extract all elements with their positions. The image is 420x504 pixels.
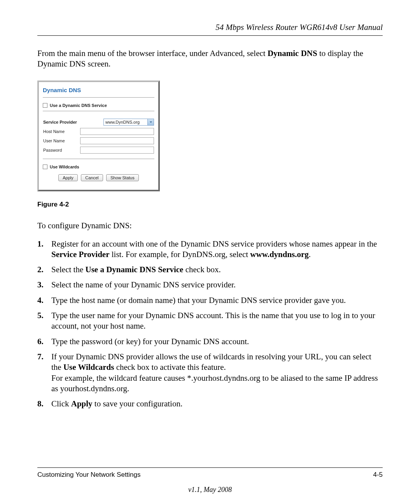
panel-title: Dynamic DNS bbox=[43, 85, 154, 98]
step7-line2: For example, the wildcard feature causes… bbox=[51, 373, 378, 393]
intro-pre: From the main menu of the browser interf… bbox=[37, 49, 268, 58]
page: 54 Mbps Wireless Router WGR614v8 User Ma… bbox=[0, 0, 420, 504]
service-provider-select[interactable]: www.DynDNS.org bbox=[103, 119, 154, 126]
footer-row: Customizing Your Network Settings 4-5 bbox=[37, 471, 383, 479]
footer-version: v1.1, May 2008 bbox=[37, 486, 383, 494]
apply-button[interactable]: Apply bbox=[58, 174, 78, 181]
cancel-button[interactable]: Cancel bbox=[81, 174, 103, 181]
figure-screenshot: Dynamic DNS Use a Dynamic DNS Service Se… bbox=[37, 80, 383, 191]
row-password: Password bbox=[43, 146, 154, 154]
panel-section-fields: Service Provider www.DynDNS.org Host Nam… bbox=[43, 111, 154, 159]
panel-section-use-service: Use a Dynamic DNS Service bbox=[43, 98, 154, 111]
step1-mid: list. For example, for DynDNS.org, selec… bbox=[109, 250, 250, 259]
button-row: Apply Cancel Show Status bbox=[43, 169, 154, 181]
panel-section-wildcards: Use Wildcards Apply Cancel Show Status bbox=[43, 159, 154, 184]
step-8: Click Apply to save your configuration. bbox=[37, 399, 383, 409]
service-provider-label: Service Provider bbox=[43, 118, 78, 126]
header-rule bbox=[37, 35, 383, 36]
step8-b: Apply bbox=[71, 399, 93, 408]
step1-b2: www.dyndns.org bbox=[250, 250, 309, 259]
step7-b: Use Wildcards bbox=[63, 362, 114, 372]
step-7: If your Dynamic DNS provider allows the … bbox=[37, 352, 383, 394]
step7-mid: check box to activate this feature. bbox=[114, 362, 226, 372]
page-footer: Customizing Your Network Settings 4-5 v1… bbox=[37, 467, 383, 494]
service-provider-value: www.DynDNS.org bbox=[105, 120, 140, 124]
password-label: Password bbox=[43, 146, 78, 154]
use-service-label: Use a Dynamic DNS Service bbox=[50, 103, 107, 108]
step2-b: Use a Dynamic DNS Service bbox=[85, 265, 183, 274]
step2-pre: Select the bbox=[51, 265, 85, 274]
row-user-name: User Name bbox=[43, 137, 154, 145]
host-name-label: Host Name bbox=[43, 128, 78, 135]
checkbox-icon[interactable] bbox=[43, 103, 47, 108]
intro-bold: Dynamic DNS bbox=[268, 49, 317, 58]
step-3: Select the name of your Dynamic DNS serv… bbox=[37, 280, 383, 290]
step1-post: . bbox=[309, 250, 311, 259]
step2-post: check box. bbox=[183, 265, 220, 274]
step1-b1: Service Provider bbox=[51, 250, 109, 259]
password-input[interactable] bbox=[80, 147, 154, 154]
use-wildcards-checkbox-row[interactable]: Use Wildcards bbox=[43, 164, 154, 169]
form-table: Service Provider www.DynDNS.org Host Nam… bbox=[43, 117, 154, 156]
user-name-label: User Name bbox=[43, 137, 78, 145]
steps-list: Register for an account with one of the … bbox=[37, 239, 383, 410]
dynamic-dns-panel: Dynamic DNS Use a Dynamic DNS Service Se… bbox=[37, 80, 160, 191]
chevron-down-icon[interactable] bbox=[147, 119, 154, 125]
intro-paragraph: From the main menu of the browser interf… bbox=[37, 48, 383, 70]
footer-section: Customizing Your Network Settings bbox=[37, 471, 141, 479]
use-service-checkbox-row[interactable]: Use a Dynamic DNS Service bbox=[43, 103, 154, 108]
row-host-name: Host Name bbox=[43, 128, 154, 135]
step8-pre: Click bbox=[51, 399, 71, 408]
show-status-button[interactable]: Show Status bbox=[106, 174, 139, 181]
footer-rule bbox=[37, 467, 383, 468]
row-service-provider: Service Provider www.DynDNS.org bbox=[43, 118, 154, 126]
page-header-title: 54 Mbps Wireless Router WGR614v8 User Ma… bbox=[37, 23, 383, 32]
user-name-input[interactable] bbox=[80, 137, 154, 144]
step-2: Select the Use a Dynamic DNS Service che… bbox=[37, 264, 383, 275]
host-name-input[interactable] bbox=[80, 128, 154, 135]
footer-page-number: 4-5 bbox=[373, 471, 383, 479]
use-wildcards-label: Use Wildcards bbox=[50, 164, 79, 169]
step1-pre: Register for an account with one of the … bbox=[51, 239, 377, 248]
figure-caption: Figure 4-2 bbox=[37, 201, 383, 208]
step-1: Register for an account with one of the … bbox=[37, 239, 383, 260]
configure-lead: To configure Dynamic DNS: bbox=[37, 221, 383, 231]
checkbox-icon[interactable] bbox=[43, 164, 47, 169]
step8-post: to save your configuration. bbox=[93, 399, 183, 408]
step-6: Type the password (or key) for your Dyna… bbox=[37, 336, 383, 347]
step-4: Type the host name (or domain name) that… bbox=[37, 295, 383, 306]
step-5: Type the user name for your Dynamic DNS … bbox=[37, 310, 383, 332]
